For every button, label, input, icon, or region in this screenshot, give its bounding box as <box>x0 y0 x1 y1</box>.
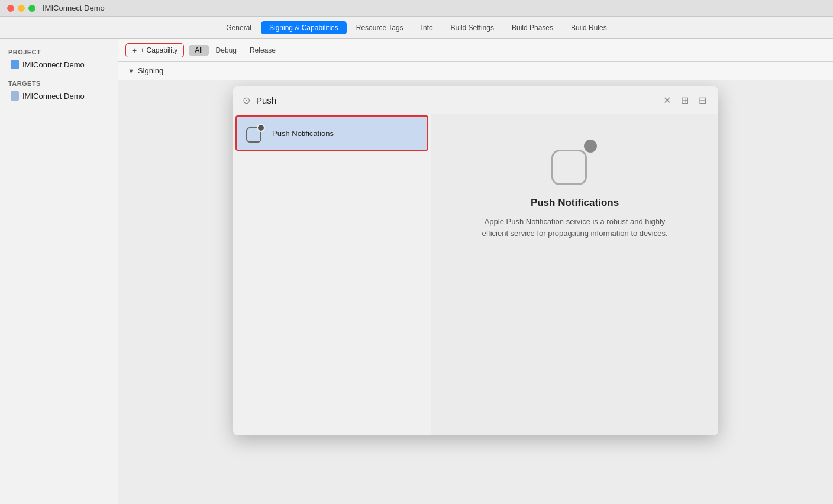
push-icon-dot <box>257 124 265 132</box>
sidebar-target-label: IMIConnect Demo <box>22 92 85 101</box>
filter-tabs: All Debug Release <box>189 45 282 56</box>
filter-tab-release[interactable]: Release <box>244 45 282 56</box>
signing-label: Signing <box>138 66 163 75</box>
project-section-title: PROJECT <box>0 45 118 57</box>
tab-resource-tags[interactable]: Resource Tags <box>348 21 412 34</box>
detail-icon-dot <box>582 138 599 154</box>
sidebar: PROJECT IMIConnect Demo TARGETS IMIConne… <box>0 39 118 504</box>
list-item-push-notifications[interactable]: Push Notifications <box>235 115 428 151</box>
sidebar-project-label: IMIConnect Demo <box>22 60 85 69</box>
content-area: + + Capability All Debug Release ▼ Signi… <box>118 39 833 504</box>
modal-body: Push Notifications Push Notifications Ap… <box>233 114 718 435</box>
modal-header-actions: ✕ ⊞ ⊟ <box>660 93 709 106</box>
filter-tab-all[interactable]: All <box>189 45 208 56</box>
tab-signing-capabilities[interactable]: Signing & Capabilities <box>261 21 347 34</box>
window-controls <box>7 5 35 12</box>
detail-icon-square <box>551 150 587 185</box>
minimize-button[interactable] <box>18 5 25 12</box>
modal-header: ⊙ ✕ ⊞ ⊟ <box>233 86 718 114</box>
modal-detail-panel: Push Notifications Apple Push Notificati… <box>431 114 718 435</box>
expand-button[interactable]: ⊟ <box>696 93 709 106</box>
push-notification-icon <box>246 124 265 143</box>
sidebar-item-target[interactable]: IMIConnect Demo <box>2 89 115 103</box>
plus-icon: + <box>132 46 137 55</box>
capability-modal: ⊙ ✕ ⊞ ⊟ <box>233 86 718 435</box>
signing-row: ▼ Signing <box>118 62 833 80</box>
capability-bar: + + Capability All Debug Release <box>118 39 833 62</box>
tab-build-phases[interactable]: Build Phases <box>503 21 561 34</box>
detail-description: Apple Push Notification service is a rob… <box>474 216 676 239</box>
push-notifications-label: Push Notifications <box>272 129 334 138</box>
tab-general[interactable]: General <box>218 21 260 34</box>
modal-capability-list: Push Notifications <box>233 114 431 435</box>
app-title: IMIConnect Demo <box>43 4 105 12</box>
add-capability-button[interactable]: + + Capability <box>125 43 184 57</box>
close-button[interactable] <box>7 5 14 12</box>
chevron-icon: ▼ <box>128 67 134 75</box>
detail-push-icon <box>551 138 599 185</box>
top-tab-bar: General Signing & Capabilities Resource … <box>0 17 833 39</box>
target-icon <box>11 91 19 101</box>
add-capability-label: + Capability <box>140 46 177 54</box>
targets-section-title: TARGETS <box>0 76 118 89</box>
close-modal-button[interactable]: ✕ <box>660 93 673 106</box>
detail-title: Push Notifications <box>531 197 619 209</box>
maximize-button[interactable] <box>28 5 35 12</box>
grid-view-button[interactable]: ⊞ <box>678 93 691 106</box>
title-bar: IMIConnect Demo <box>0 0 833 17</box>
modal-overlay: ⊙ ✕ ⊞ ⊟ <box>118 80 833 504</box>
project-icon <box>11 60 19 69</box>
tab-info[interactable]: Info <box>413 21 441 34</box>
search-input[interactable] <box>256 95 654 105</box>
main-area: PROJECT IMIConnect Demo TARGETS IMIConne… <box>0 39 833 504</box>
sidebar-item-project[interactable]: IMIConnect Demo <box>2 57 115 72</box>
push-notification-icon-wrap <box>245 122 266 144</box>
search-icon: ⊙ <box>243 95 250 106</box>
tab-build-rules[interactable]: Build Rules <box>563 21 615 34</box>
tab-build-settings[interactable]: Build Settings <box>443 21 502 34</box>
filter-tab-debug[interactable]: Debug <box>210 45 243 56</box>
